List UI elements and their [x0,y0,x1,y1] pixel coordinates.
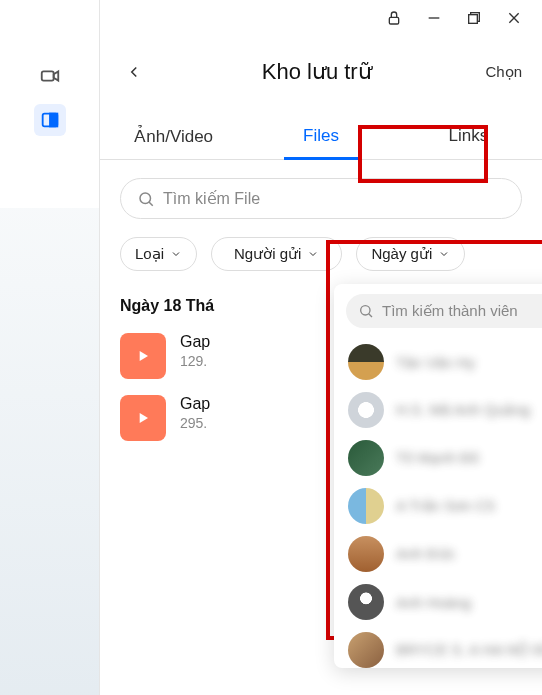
tab-links[interactable]: Links [395,114,542,159]
search-input[interactable]: Tìm kiếm File [120,178,522,219]
search-icon [137,190,155,208]
tabs: Ảnh/Video Files Links [100,114,542,160]
video-file-icon [120,395,166,441]
filter-type[interactable]: Loại [120,237,197,271]
lock-icon[interactable] [386,10,402,30]
member-item[interactable]: Tân Văn Hy [334,338,542,386]
chevron-down-icon [438,248,450,260]
avatar [348,344,384,380]
svg-rect-0 [389,17,398,24]
panel-icon[interactable] [34,104,66,136]
minimize-icon[interactable] [426,10,442,30]
svg-point-13 [361,306,370,315]
svg-point-9 [140,193,151,204]
member-item[interactable]: A Trần Sơn C5 [334,482,542,530]
avatar [348,584,384,620]
tab-files[interactable]: Files [247,114,394,159]
svg-marker-11 [140,351,148,361]
main-panel: Kho lưu trữ Chọn Ảnh/Video Files Links T… [100,0,542,695]
video-file-icon [120,333,166,379]
avatar [348,632,384,668]
filter-date[interactable]: Ngày gửi [356,237,465,271]
page-title: Kho lưu trữ [148,59,485,85]
choose-button[interactable]: Chọn [485,63,522,81]
back-button[interactable] [120,58,148,86]
search-placeholder: Tìm kiếm File [163,189,260,208]
svg-rect-8 [50,114,57,127]
search-icon [358,303,374,319]
member-item[interactable]: Anh Hoàng [334,578,542,626]
member-item[interactable]: Anh Đức [334,530,542,578]
filter-sender[interactable]: Người gửi [211,237,342,271]
maximize-icon[interactable] [466,10,482,30]
member-search-input[interactable]: Tìm kiếm thành viên [346,294,542,328]
avatar [348,440,384,476]
avatar [348,392,384,428]
member-item[interactable]: Tô Mạnh Đô [334,434,542,482]
svg-marker-12 [140,413,148,423]
chevron-down-icon [170,248,182,260]
svg-line-10 [149,202,153,206]
video-icon[interactable] [34,60,66,92]
chevron-down-icon [307,248,319,260]
member-item[interactable]: BRYCE S. A HA NỘ ĐỘ [334,626,542,668]
close-icon[interactable] [506,10,522,30]
tab-photo-video[interactable]: Ảnh/Video [100,114,247,159]
avatar [348,536,384,572]
avatar [348,488,384,524]
svg-line-14 [369,314,372,317]
left-rail [0,0,100,695]
svg-rect-3 [469,15,478,24]
sender-dropdown: Tìm kiếm thành viên Tân Văn Hy H.S. Mã A… [334,284,542,668]
svg-rect-6 [41,71,53,80]
member-item[interactable]: H.S. Mã Anh Quảng [334,386,542,434]
